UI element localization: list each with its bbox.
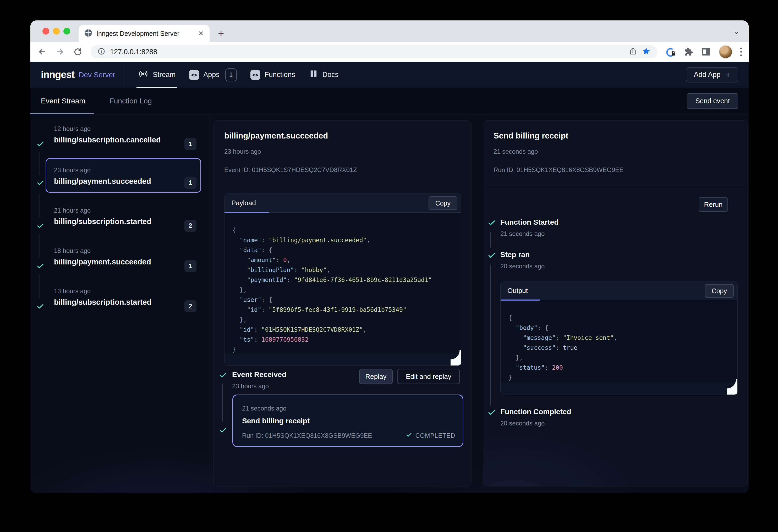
timeline-connector xyxy=(40,194,41,217)
address-bar[interactable]: 127.0.0.1:8288 xyxy=(91,45,657,58)
payload-json: { "name": "billing/payment.succeeded", "… xyxy=(232,225,458,354)
tab-event-stream[interactable]: Event Stream xyxy=(41,97,85,105)
nav-item-docs[interactable]: Docs xyxy=(309,62,339,88)
payload-footer xyxy=(225,353,461,365)
window-close-button[interactable] xyxy=(43,28,49,34)
list-item-event[interactable]: billing/payment.succeeded xyxy=(54,258,151,266)
list-item-event[interactable]: billing/subscription.cancelled xyxy=(54,136,161,144)
event-detail-panel: billing/payment.succeeded 23 hours ago E… xyxy=(214,120,471,486)
apps-code-icon: <> xyxy=(189,70,199,80)
add-app-button[interactable]: Add App + xyxy=(686,67,738,82)
window-zoom-button[interactable] xyxy=(63,28,70,34)
list-item-event[interactable]: billing/subscription.started xyxy=(54,217,151,226)
check-icon xyxy=(487,408,495,416)
output-footer xyxy=(500,382,737,394)
event-count-badge: 1 xyxy=(184,138,197,150)
event-received-label: Event Received xyxy=(232,370,286,379)
event-time: 18 hours ago xyxy=(54,247,91,255)
run-detail-time: 21 seconds ago xyxy=(493,148,538,155)
run-id: Run ID: 01H5SQK1XEQ816X8GSB9WEG9EE xyxy=(493,166,623,174)
browser-tab[interactable]: Inngest Development Server ✕ xyxy=(79,25,210,42)
plus-icon: + xyxy=(726,70,730,79)
reload-icon[interactable] xyxy=(73,47,83,57)
dev-server-label: Dev Server xyxy=(79,71,115,79)
forward-icon[interactable] xyxy=(55,47,65,57)
step-label: Function Completed xyxy=(500,408,571,416)
run-status-badge: COMPLETED xyxy=(405,432,455,440)
event-detail-time: 23 hours ago xyxy=(224,148,261,155)
run-card-time: 21 seconds ago xyxy=(242,405,286,412)
output-tab-underline xyxy=(500,299,540,300)
nav-item-functions[interactable]: <> Functions xyxy=(250,62,295,88)
event-list: 12 hours ago billing/subscription.cancel… xyxy=(30,114,210,493)
output-tab[interactable]: Output xyxy=(508,287,528,295)
check-icon xyxy=(487,251,495,259)
browser-menu-icon[interactable] xyxy=(740,48,742,56)
bookmark-star-icon[interactable] xyxy=(642,47,651,57)
copy-output-button[interactable]: Copy xyxy=(705,284,734,298)
check-icon xyxy=(36,302,45,311)
nav-item-stream[interactable]: Stream xyxy=(138,62,175,88)
check-icon xyxy=(36,262,45,270)
window-minimize-button[interactable] xyxy=(53,28,60,34)
event-count-badge: 1 xyxy=(184,260,197,272)
send-event-button[interactable]: Send event xyxy=(687,93,738,109)
timeline-connector xyxy=(490,264,491,406)
rerun-button[interactable]: Rerun xyxy=(699,197,728,212)
run-card-run-id: Run ID: 01H5SQK1XEQ816X8GSB9WEG9EE xyxy=(242,432,372,439)
output-block: Output Copy { "body": { "message": "Invo… xyxy=(500,281,737,395)
event-count-badge: 2 xyxy=(184,220,197,232)
resize-corner-icon[interactable] xyxy=(451,350,461,365)
event-id: Event ID: 01H5SQK1S7HDESQ2C7VD8RX01Z xyxy=(224,166,357,174)
tab-strip: Inngest Development Server ✕ + ⌄ xyxy=(30,20,749,42)
resize-corner-icon[interactable] xyxy=(727,379,737,394)
payload-tab[interactable]: Payload xyxy=(231,199,256,207)
sidebar-panel-icon[interactable] xyxy=(701,47,711,57)
timeline-connector xyxy=(40,234,41,258)
event-count-badge: 2 xyxy=(184,300,197,312)
copy-payload-button[interactable]: Copy xyxy=(429,196,457,210)
check-icon xyxy=(487,218,495,227)
new-tab-button[interactable]: + xyxy=(218,26,224,41)
replay-button[interactable]: Replay xyxy=(359,369,393,384)
event-detail-title: billing/payment.succeeded xyxy=(224,131,328,141)
step-time: 21 seconds ago xyxy=(500,230,545,238)
extensions-puzzle-icon[interactable] xyxy=(683,47,693,57)
event-time: 13 hours ago xyxy=(54,287,91,295)
password-extension-icon[interactable] xyxy=(666,47,675,57)
selected-event-card[interactable] xyxy=(46,158,201,193)
run-detail-panel: Send billing receipt 21 seconds ago Run … xyxy=(483,120,748,486)
list-item-event[interactable]: billing/payment.succeeded xyxy=(54,177,151,186)
run-card[interactable]: 21 seconds ago Send billing receipt Run … xyxy=(232,394,463,447)
payload-block: Payload Copy { "name": "billing/payment.… xyxy=(224,193,461,366)
check-icon xyxy=(36,221,45,230)
payload-header: Payload Copy xyxy=(225,194,461,212)
nav-divider xyxy=(124,62,125,88)
stream-broadcast-icon xyxy=(138,69,149,81)
tab-function-log[interactable]: Function Log xyxy=(109,97,152,105)
event-time: 21 hours ago xyxy=(54,207,91,214)
event-actions: Replay Edit and replay xyxy=(359,369,460,384)
edit-and-replay-button[interactable]: Edit and replay xyxy=(397,369,460,384)
run-status-text: COMPLETED xyxy=(415,432,455,439)
nav-item-label: Stream xyxy=(153,71,175,79)
tab-search-chevron-icon[interactable]: ⌄ xyxy=(733,27,740,36)
browser-window: Inngest Development Server ✕ + ⌄ 127.0.0… xyxy=(30,20,749,493)
profile-avatar[interactable] xyxy=(719,45,732,59)
nav-item-apps[interactable]: <> Apps 1 xyxy=(189,62,237,88)
event-count-badge: 1 xyxy=(184,177,197,189)
timeline-connector xyxy=(40,274,41,298)
back-icon[interactable] xyxy=(37,47,47,57)
site-info-icon[interactable] xyxy=(97,48,105,56)
step-label: Function Started xyxy=(500,218,558,227)
step-time: 20 seconds ago xyxy=(500,263,545,270)
check-icon xyxy=(36,140,45,148)
stream-subnav: Event Stream Function Log Send event xyxy=(30,88,749,114)
list-item-event[interactable]: billing/subscription.started xyxy=(54,298,151,306)
payload-tab-underline xyxy=(225,212,269,213)
share-icon[interactable] xyxy=(629,47,637,57)
tab-close-icon[interactable]: ✕ xyxy=(198,29,204,38)
app-nav: inngest Dev Server Stream <> Apps 1 <> F… xyxy=(30,62,749,88)
stream-content: 12 hours ago billing/subscription.cancel… xyxy=(30,114,749,493)
check-icon xyxy=(405,432,412,440)
